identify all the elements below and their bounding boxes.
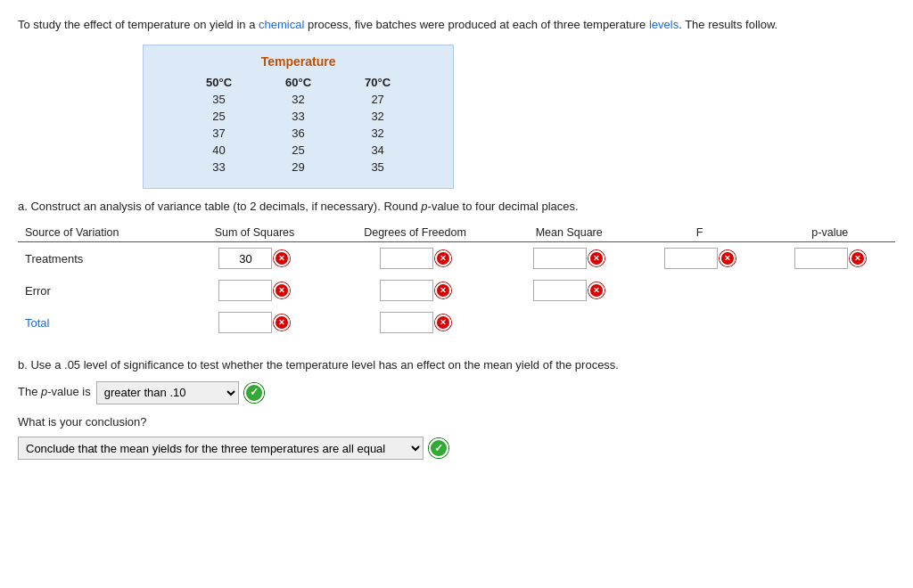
total-ss-input[interactable] — [218, 312, 272, 333]
treatments-ss-input[interactable] — [218, 248, 272, 269]
anova-col-df: Degrees of Freedom — [326, 224, 504, 242]
temperature-data-table: 50°C 60°C 70°C 353227 253332 373632 4025… — [179, 74, 417, 176]
treatments-pvalue-cell — [765, 242, 895, 275]
total-f-cell — [634, 306, 764, 339]
col-header-50: 50°C — [179, 74, 259, 91]
pvalue-dropdown[interactable]: less than .01 between .01 and .025 betwe… — [96, 381, 239, 404]
error-ss-cell — [183, 274, 326, 306]
treatments-f-cell — [634, 242, 764, 275]
total-df-cell — [326, 306, 504, 339]
section-b: b. Use a .05 level of significance to te… — [18, 356, 895, 460]
error-ms-cell — [504, 274, 634, 306]
table-row: 253332 — [179, 108, 417, 125]
temp-table-title: Temperature — [179, 54, 417, 69]
total-label: Total — [18, 306, 183, 339]
conclusion-check-icon — [429, 438, 448, 458]
error-df-clear-button[interactable] — [435, 282, 451, 298]
error-df-input[interactable] — [380, 280, 433, 301]
conclusion-dropdown[interactable]: Conclude that the mean yields for the th… — [18, 437, 424, 460]
error-pvalue-cell — [765, 274, 895, 306]
temperature-table-wrapper: Temperature 50°C 60°C 70°C 353227 253332… — [143, 45, 454, 189]
treatments-ss-cell — [183, 242, 326, 275]
error-label: Error — [18, 274, 183, 306]
treatments-ms-cell — [504, 242, 634, 275]
pvalue-row: The p-value is less than .01 between .01… — [18, 381, 895, 404]
anova-row-treatments: Treatments — [18, 242, 895, 275]
table-row: 402534 — [179, 142, 417, 159]
table-row: 332935 — [179, 159, 417, 176]
conclusion-row: Conclude that the mean yields for the th… — [18, 437, 895, 460]
error-ss-input[interactable] — [218, 280, 272, 301]
treatments-ss-clear-button[interactable] — [274, 250, 290, 266]
anova-col-pvalue: p-value — [765, 224, 895, 242]
total-pvalue-cell — [765, 306, 895, 339]
total-ss-clear-button[interactable] — [274, 314, 290, 331]
anova-table-wrapper: Source of Variation Sum of Squares Degre… — [18, 224, 895, 339]
error-ms-input[interactable] — [533, 280, 587, 301]
treatments-f-clear-button[interactable] — [720, 250, 736, 266]
anova-col-source: Source of Variation — [18, 224, 183, 242]
section-b-label: b. Use a .05 level of significance to te… — [18, 356, 895, 374]
section-a-label: a. Construct an analysis of variance tab… — [18, 198, 895, 216]
treatments-ms-input[interactable] — [533, 248, 587, 269]
pvalue-check-icon — [244, 383, 264, 403]
anova-col-ss: Sum of Squares — [183, 224, 326, 242]
highlight-chemical: chemical — [259, 18, 304, 31]
table-row: 373632 — [179, 125, 417, 142]
total-df-input[interactable] — [380, 312, 433, 333]
total-df-clear-button[interactable] — [435, 314, 451, 331]
treatments-df-clear-button[interactable] — [435, 250, 451, 266]
error-f-cell — [634, 274, 764, 306]
col-header-70: 70°C — [338, 74, 417, 91]
total-ss-cell — [183, 306, 326, 339]
pvalue-prefix-label: The p-value is — [18, 383, 91, 402]
treatments-label: Treatments — [18, 242, 183, 275]
error-ss-clear-button[interactable] — [274, 282, 290, 298]
anova-row-error: Error — [18, 274, 895, 306]
treatments-df-input[interactable] — [380, 248, 433, 269]
anova-row-total: Total — [18, 306, 895, 339]
treatments-f-input[interactable] — [664, 248, 718, 269]
error-ms-clear-button[interactable] — [588, 282, 605, 298]
total-ms-cell — [504, 306, 634, 339]
anova-col-ms: Mean Square — [504, 224, 634, 242]
anova-col-f: F — [634, 224, 764, 242]
intro-paragraph: To study the effect of temperature on yi… — [18, 16, 895, 34]
treatments-ms-clear-button[interactable] — [588, 250, 605, 266]
col-header-60: 60°C — [259, 74, 338, 91]
treatments-df-cell — [326, 242, 504, 275]
treatments-pvalue-input[interactable] — [794, 248, 848, 269]
treatments-pvalue-clear-button[interactable] — [850, 250, 866, 266]
anova-table: Source of Variation Sum of Squares Degre… — [18, 224, 895, 339]
highlight-levels: levels — [649, 18, 679, 31]
table-row: 353227 — [179, 91, 417, 108]
error-df-cell — [326, 274, 504, 306]
conclusion-label: What is your conclusion? — [18, 413, 895, 432]
